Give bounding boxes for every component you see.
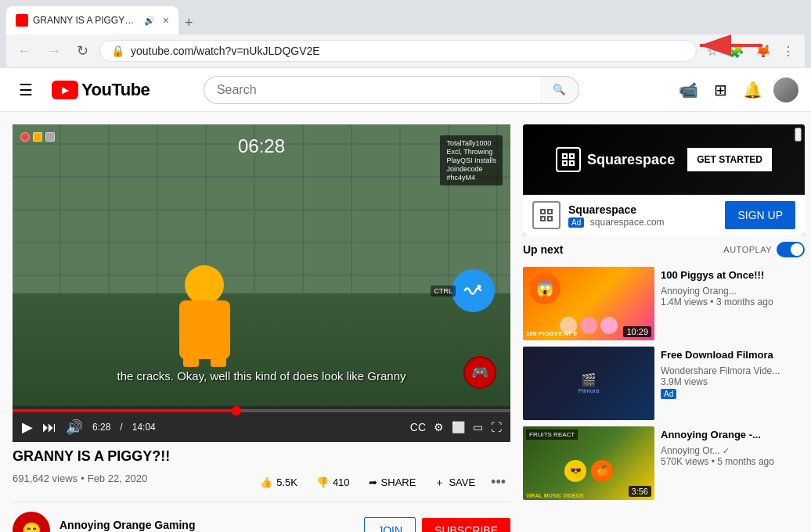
list-item[interactable]: 😱 100 PIGGYS AT 0 10:29 100 Piggys at On… xyxy=(523,267,805,340)
up-next-title: Up next xyxy=(523,243,563,256)
ad-bottom: Squarespace Ad squarespace.com SIGN UP xyxy=(523,195,805,235)
miniplayer-button[interactable]: ⬜ xyxy=(449,419,467,436)
search-bar: 🔍 xyxy=(204,76,579,104)
tab-favicon xyxy=(16,14,28,27)
mario-icon: 🎮 xyxy=(463,356,496,389)
squarespace-small-icon xyxy=(532,201,560,229)
squarespace-icon xyxy=(556,147,581,172)
search-button[interactable]: 🔍 xyxy=(540,76,579,104)
list-item[interactable]: 🎬 Filmora Free Download Filmora Wondersh… xyxy=(523,347,805,420)
verified-icon: ✓ xyxy=(723,446,730,456)
right-controls: CC ⚙ ⬜ ▭ ⛶ xyxy=(408,419,504,436)
channel-info: Annoying Orange Gaming 2.73M subscribers xyxy=(59,519,364,532)
channel-row: 😄 Annoying Orange Gaming 2.73M subscribe… xyxy=(13,502,510,532)
channel-avatar[interactable]: 😄 xyxy=(13,512,50,532)
youtube-logo[interactable]: YouTube xyxy=(52,80,150,100)
share-icon: ➦ xyxy=(369,476,377,488)
video-card-ad-badge-2: Ad xyxy=(661,387,805,399)
tab-close-button[interactable]: × xyxy=(163,14,169,27)
squarespace-banner-logo: Squarespace xyxy=(556,147,675,172)
share-button[interactable]: ➦ SHARE xyxy=(361,472,424,493)
video-player[interactable]: 06:28 TotalTally1000 Excl, Throwing Play… xyxy=(13,124,510,442)
video-card-info-3: Annoying Orange -... Annoying Or... ✓ 57… xyxy=(661,426,805,500)
subscribe-button[interactable]: SUBSCRIBE xyxy=(422,518,510,532)
hud-item-5: #hc4yM4 xyxy=(446,174,496,182)
browser-chrome: GRANNY IS A PIGGY?!! - You 🔊 × + ← → ↻ 🔒… xyxy=(0,0,811,532)
video-card-info-1: 100 Piggys at Once!!! Annoying Orang... … xyxy=(661,267,805,340)
channel-name[interactable]: Annoying Orange Gaming xyxy=(59,519,364,531)
hud-item-3: PlayQSI Installs xyxy=(446,156,496,164)
svg-rect-8 xyxy=(548,210,552,214)
thumbs-up-icon: 👍 xyxy=(260,476,272,488)
toolbar-actions: ☆ 🧩 🦊 ⋮ xyxy=(703,40,798,63)
forward-button[interactable]: → xyxy=(42,40,66,63)
mute-button[interactable]: 🔊 xyxy=(63,415,86,439)
squarespace-text: Squarespace xyxy=(587,152,675,168)
get-started-button[interactable]: GET STARTED xyxy=(687,148,772,171)
profile-button[interactable]: 🦊 xyxy=(752,40,775,63)
main-content: 06:28 TotalTally1000 Excl, Throwing Play… xyxy=(0,112,811,532)
meta-separator: • xyxy=(81,473,85,484)
hud-item-4: Joindecode xyxy=(446,165,496,173)
svg-rect-10 xyxy=(548,217,552,221)
create-button[interactable]: 📹 xyxy=(674,76,703,104)
ad-banner: Squarespace GET STARTED xyxy=(523,124,805,195)
autoplay-control: AUTOPLAY xyxy=(723,242,805,257)
svg-rect-4 xyxy=(570,154,574,158)
settings-button[interactable]: ⚙ xyxy=(431,419,446,436)
browser-toolbar: ← → ↻ 🔒 youtube.com/watch?v=nUkJLDQGV2E … xyxy=(6,34,805,68)
video-progress[interactable]: ▶ ⏭ 🔊 6:28 / 14:04 CC ⚙ ⬜ ▭ ⛶ xyxy=(13,406,510,442)
menu-icon[interactable]: ☰ xyxy=(13,74,39,106)
dislike-button[interactable]: 👎 410 xyxy=(308,472,358,493)
fullscreen-button[interactable]: ⛶ xyxy=(488,419,504,436)
lock-icon: 🔒 xyxy=(111,45,124,57)
menu-button[interactable]: ⋮ xyxy=(778,40,798,63)
back-button[interactable]: ← xyxy=(13,40,36,63)
video-card-title-2: Free Download Filmora xyxy=(661,348,805,362)
top-left-hud xyxy=(20,132,55,142)
video-thumbnail-3: FRUITS REACT 😎 🍊 VIRAL MUSIC VIDEOS 3:56 xyxy=(523,426,654,500)
join-button[interactable]: JOIN xyxy=(364,517,416,532)
video-timestamp: 06:28 xyxy=(238,135,285,157)
ad-badge: Ad xyxy=(568,217,584,228)
video-character xyxy=(169,265,240,343)
progress-bar[interactable] xyxy=(13,409,510,412)
apps-button[interactable]: ⊞ xyxy=(709,76,732,104)
extensions-button[interactable]: 🧩 xyxy=(725,40,748,63)
autoplay-toggle[interactable] xyxy=(777,242,805,257)
user-avatar[interactable] xyxy=(773,77,798,102)
autoplay-label: AUTOPLAY xyxy=(723,245,772,254)
search-input[interactable] xyxy=(204,76,540,104)
hud-dot-1 xyxy=(20,132,30,142)
new-tab-button[interactable]: + xyxy=(178,12,200,34)
notifications-button[interactable]: 🔔 xyxy=(738,76,767,104)
progress-fill xyxy=(13,409,236,412)
more-actions-button[interactable]: ••• xyxy=(486,469,510,495)
video-controls: ▶ ⏭ 🔊 6:28 / 14:04 CC ⚙ ⬜ ▭ ⛶ xyxy=(13,412,510,442)
ad-container: ℹ Squarespace GET STARTED xyxy=(523,124,805,235)
save-button[interactable]: ＋ SAVE xyxy=(427,471,483,494)
video-card-info-2: Free Download Filmora Wondershare Filmor… xyxy=(661,347,805,420)
video-duration-1: 10:29 xyxy=(623,326,651,337)
skip-button[interactable]: ⏭ xyxy=(39,416,59,439)
sign-up-button[interactable]: SIGN UP xyxy=(725,201,795,229)
address-text: youtube.com/watch?v=nUkJLDQGV2E xyxy=(131,45,685,57)
like-button[interactable]: 👍 5.5K xyxy=(252,472,305,493)
refresh-button[interactable]: ↻ xyxy=(72,39,93,63)
bookmark-button[interactable]: ☆ xyxy=(703,40,722,63)
subtitles-button[interactable]: CC xyxy=(408,419,428,436)
svg-rect-7 xyxy=(541,210,545,214)
list-item[interactable]: FRUITS REACT 😎 🍊 VIRAL MUSIC VIDEOS 3:56… xyxy=(523,426,805,500)
video-card-meta-2: 3.9M views xyxy=(661,376,805,387)
ad-domain: squarespace.com xyxy=(590,217,665,228)
video-card-meta-3: 570K views • 5 months ago xyxy=(661,456,805,467)
address-bar[interactable]: 🔒 youtube.com/watch?v=nUkJLDQGV2E xyxy=(99,40,697,62)
active-tab[interactable]: GRANNY IS A PIGGY?!! - You 🔊 × xyxy=(6,6,178,34)
ad-brand-name: Squarespace xyxy=(568,203,717,216)
play-pause-button[interactable]: ▶ xyxy=(19,415,36,439)
video-card-meta-1: 1.4M views • 3 months ago xyxy=(661,297,805,307)
header-right: 📹 ⊞ 🔔 xyxy=(674,76,798,104)
ad-info-button[interactable]: ℹ xyxy=(795,128,802,142)
theater-button[interactable]: ▭ xyxy=(470,419,485,436)
svg-rect-6 xyxy=(570,161,574,165)
